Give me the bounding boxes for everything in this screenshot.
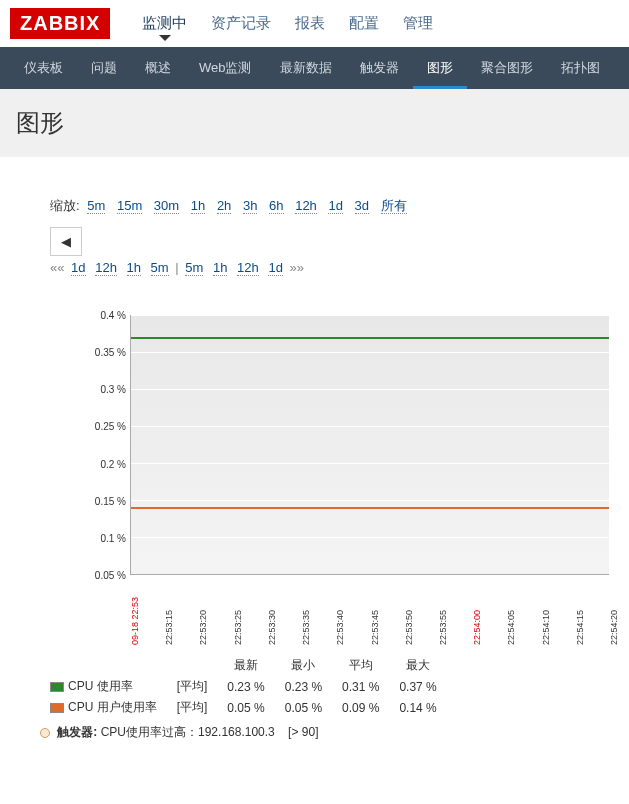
x-tick: 09-18 22:53: [130, 597, 140, 645]
legend-row-cpu: CPU 使用率 [平均] 0.23 % 0.23 % 0.31 % 0.37 %: [40, 676, 447, 697]
y-tick: 0.25 %: [95, 421, 126, 432]
y-tick: 0.3 %: [100, 384, 126, 395]
series-line: [131, 507, 609, 509]
x-tick: 22:54:10: [541, 610, 551, 645]
zoom-15m[interactable]: 15m: [117, 198, 142, 214]
shift-l-1d[interactable]: 1d: [71, 260, 85, 276]
x-tick: 22:53:55: [438, 610, 448, 645]
shift-r-1h[interactable]: 1h: [213, 260, 227, 276]
x-tick: 22:53:15: [164, 610, 174, 645]
prev-button[interactable]: ◀: [50, 227, 82, 256]
shift-left-dbl-icon[interactable]: ««: [50, 260, 64, 275]
time-controls: 缩放: 5m 15m 30m 1h 2h 3h 6h 12h 1d 3d 所有 …: [10, 187, 619, 285]
zoom-3d[interactable]: 3d: [355, 198, 369, 214]
zoom-1d[interactable]: 1d: [328, 198, 342, 214]
trigger-text: CPU使用率过高：192.168.100.3: [101, 725, 275, 739]
chart: 0.4 %0.35 %0.3 %0.25 %0.2 %0.15 %0.1 %0.…: [10, 295, 619, 751]
shift-right-dbl-icon[interactable]: »»: [290, 260, 304, 275]
topnav-monitor[interactable]: 监测中: [130, 6, 199, 41]
x-tick: 22:54:05: [506, 610, 516, 645]
zoom-5m[interactable]: 5m: [87, 198, 105, 214]
series-line: [131, 337, 609, 339]
trigger-cond: [> 90]: [288, 725, 318, 739]
y-tick: 0.05 %: [95, 570, 126, 581]
plot: [130, 315, 609, 575]
x-tick: 22:53:40: [335, 610, 345, 645]
legend-header: 最新 最小 平均 最大: [40, 655, 447, 676]
subnav-screens[interactable]: 聚合图形: [467, 47, 547, 89]
topnav-reports[interactable]: 报表: [283, 6, 337, 41]
zoom-label: 缩放:: [50, 198, 80, 213]
shift-l-5m[interactable]: 5m: [151, 260, 169, 276]
zoom-1h[interactable]: 1h: [191, 198, 205, 214]
x-tick: 22:53:50: [404, 610, 414, 645]
topnav-inventory[interactable]: 资产记录: [199, 6, 283, 41]
x-tick: 22:54:15: [575, 610, 585, 645]
page-title: 图形: [0, 89, 629, 157]
y-tick: 0.2 %: [100, 458, 126, 469]
sub-nav: 仪表板 问题 概述 Web监测 最新数据 触发器 图形 聚合图形 拓扑图: [0, 47, 629, 89]
subnav-latest[interactable]: 最新数据: [266, 47, 346, 89]
swatch-green: [50, 682, 64, 692]
subnav-maps[interactable]: 拓扑图: [547, 47, 614, 89]
subnav-web[interactable]: Web监测: [185, 47, 266, 89]
zoom-row: 缩放: 5m 15m 30m 1h 2h 3h 6h 12h 1d 3d 所有: [50, 197, 579, 215]
shift-sep: |: [175, 260, 178, 275]
logo[interactable]: ZABBIX: [10, 8, 110, 39]
trigger-row: 触发器: CPU使用率过高：192.168.100.3 [> 90]: [40, 724, 609, 741]
shift-r-12h[interactable]: 12h: [237, 260, 259, 276]
y-tick: 0.35 %: [95, 347, 126, 358]
x-tick: 22:53:45: [370, 610, 380, 645]
top-nav: 监测中 资产记录 报表 配置 管理: [130, 6, 445, 41]
trigger-label: 触发器:: [57, 725, 97, 739]
shift-r-5m[interactable]: 5m: [185, 260, 203, 276]
y-tick: 0.1 %: [100, 532, 126, 543]
topnav-admin[interactable]: 管理: [391, 6, 445, 41]
zoom-all[interactable]: 所有: [381, 198, 407, 214]
subnav-dashboard[interactable]: 仪表板: [10, 47, 77, 89]
shift-row: «« 1d 12h 1h 5m | 5m 1h 12h 1d »»: [50, 260, 579, 275]
chart-area: 0.4 %0.35 %0.3 %0.25 %0.2 %0.15 %0.1 %0.…: [90, 315, 609, 595]
x-tick: 22:53:20: [198, 610, 208, 645]
zoom-6h[interactable]: 6h: [269, 198, 283, 214]
legend-row-cpu-user: CPU 用户使用率 [平均] 0.05 % 0.05 % 0.09 % 0.14…: [40, 697, 447, 718]
zoom-3h[interactable]: 3h: [243, 198, 257, 214]
zoom-12h[interactable]: 12h: [295, 198, 317, 214]
x-tick: 22:54:20: [609, 610, 619, 645]
legend: 最新 最小 平均 最大 CPU 使用率 [平均] 0.23 % 0.23 % 0…: [40, 655, 609, 741]
trigger-circle-icon: [40, 728, 50, 738]
subnav-overview[interactable]: 概述: [131, 47, 185, 89]
x-tick: 22:53:25: [233, 610, 243, 645]
subnav-problems[interactable]: 问题: [77, 47, 131, 89]
y-tick: 0.4 %: [100, 310, 126, 321]
shift-l-12h[interactable]: 12h: [95, 260, 117, 276]
subnav-graphs[interactable]: 图形: [413, 47, 467, 89]
topbar: ZABBIX 监测中 资产记录 报表 配置 管理: [0, 0, 629, 41]
shift-r-1d[interactable]: 1d: [268, 260, 282, 276]
topnav-config[interactable]: 配置: [337, 6, 391, 41]
shift-l-1h[interactable]: 1h: [127, 260, 141, 276]
swatch-orange: [50, 703, 64, 713]
subnav-triggers[interactable]: 触发器: [346, 47, 413, 89]
zoom-30m[interactable]: 30m: [154, 198, 179, 214]
x-tick: 22:53:30: [267, 610, 277, 645]
y-tick: 0.15 %: [95, 495, 126, 506]
x-tick: 22:53:35: [301, 610, 311, 645]
x-tick: 22:54:00: [472, 610, 482, 645]
zoom-2h[interactable]: 2h: [217, 198, 231, 214]
